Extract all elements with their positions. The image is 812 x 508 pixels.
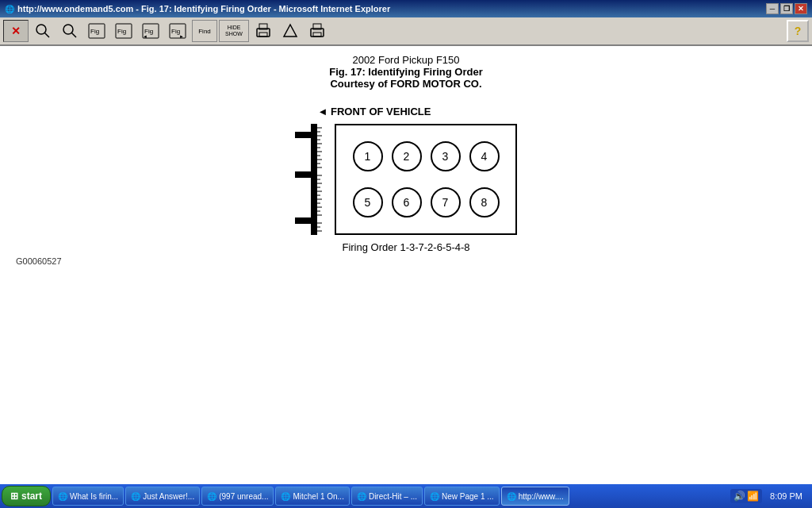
title-bar: 🌐 http://www.ondemand5.com - Fig. 17: Id…	[0, 0, 812, 17]
diagram-area: ◄ FRONT OF VEHICLE	[16, 106, 796, 266]
svg-text:Fig: Fig	[117, 28, 126, 35]
bottom-cylinder-row: 5 6 7 8	[348, 187, 504, 217]
taskbar-item-5[interactable]: 🌐 New Page 1 ...	[424, 487, 500, 506]
ie-icon: 🌐	[5, 5, 14, 13]
taskbar: ⊞ start 🌐 What Is firin... 🌐 Just Answer…	[0, 484, 812, 508]
tool-button-1[interactable]	[30, 20, 56, 42]
tray-icon-2: 📶	[747, 491, 759, 502]
hide-show-button[interactable]: HIDESHOW	[219, 20, 249, 42]
taskbar-item-3[interactable]: 🌐 Mitchel 1 On...	[275, 487, 349, 506]
window-controls[interactable]: ─ ❐ ✕	[766, 3, 807, 14]
svg-marker-17	[284, 25, 297, 37]
system-tray: 🔊 📶	[730, 489, 762, 503]
fig-button-1[interactable]: Fig	[84, 20, 109, 42]
fig-button-2[interactable]: Fig	[111, 20, 136, 42]
taskbar-item-2[interactable]: 🌐 (997 unread...	[201, 487, 274, 506]
taskbar-icon-5: 🌐	[430, 492, 439, 501]
svg-text:►: ►	[179, 34, 184, 39]
toolbar: ✕ Fig Fig Fig◄ Fig► Find HIDESHOW ?	[0, 17, 812, 46]
minimize-button[interactable]: ─	[766, 3, 779, 14]
vehicle-title: 2002 Ford Pickup F150	[16, 54, 796, 66]
svg-text:◄: ◄	[143, 34, 147, 39]
taskbar-label-4: Direct-Hit – ...	[369, 492, 417, 501]
cylinder-7: 7	[431, 187, 461, 217]
cylinder-4: 4	[469, 141, 500, 171]
cylinder-8: 8	[469, 187, 500, 217]
handle-svg	[295, 124, 335, 235]
taskbar-item-1[interactable]: 🌐 Just Answer!...	[125, 487, 200, 506]
start-label: start	[21, 491, 42, 502]
front-of-vehicle-label: ◄ FRONT OF VEHICLE	[318, 106, 431, 117]
taskbar-icon-6: 🌐	[507, 492, 516, 501]
svg-line-3	[71, 33, 76, 37]
start-windows-icon: ⊞	[10, 491, 18, 502]
taskbar-label-1: Just Answer!...	[143, 492, 194, 501]
firing-order-label: Firing Order 1-3-7-2-6-5-4-8	[342, 241, 469, 253]
clock: 8:09 PM	[765, 491, 807, 501]
taskbar-label-2: (997 unread...	[219, 492, 268, 501]
cylinder-1: 1	[353, 141, 383, 171]
print-button-2[interactable]	[278, 20, 303, 42]
taskbar-item-6[interactable]: 🌐 http://www....	[501, 487, 569, 506]
help-button[interactable]: ?	[787, 20, 809, 42]
svg-text:Fig: Fig	[90, 28, 99, 35]
taskbar-item-4[interactable]: 🌐 Direct-Hit – ...	[351, 487, 423, 506]
courtesy-line: Courtesy of FORD MOTOR CO.	[16, 78, 796, 90]
svg-rect-24	[295, 217, 312, 224]
cylinder-block: 1 2 3 4 5 6 7 8	[335, 124, 517, 235]
taskbar-label-6: http://www....	[519, 492, 564, 501]
start-button[interactable]: ⊞ start	[2, 486, 51, 506]
close-button[interactable]: ✕	[795, 3, 807, 14]
print-button-1[interactable]	[251, 20, 276, 42]
page-header: 2002 Ford Pickup F150 Fig. 17: Identifyi…	[16, 54, 796, 90]
taskbar-label-0: What Is firin...	[70, 492, 118, 501]
fig-button-4[interactable]: Fig►	[165, 20, 190, 42]
diagram-code: G00060527	[16, 256, 62, 266]
taskbar-icon-1: 🌐	[131, 492, 140, 501]
svg-rect-23	[295, 171, 312, 178]
taskbar-icon-3: 🌐	[281, 492, 290, 501]
restore-button[interactable]: ❐	[780, 3, 793, 14]
taskbar-icon-2: 🌐	[207, 492, 216, 501]
back-button[interactable]: ✕	[3, 20, 29, 42]
svg-line-1	[44, 33, 49, 37]
taskbar-icon-4: 🌐	[357, 492, 366, 501]
taskbar-right: 🔊 📶 8:09 PM	[730, 489, 810, 503]
cylinder-6: 6	[392, 187, 422, 217]
fig-button-3[interactable]: Fig◄	[138, 20, 163, 42]
cylinder-3: 3	[431, 141, 461, 171]
engine-diagram: 1 2 3 4 5 6 7 8	[295, 124, 517, 235]
taskbar-label-5: New Page 1 ...	[442, 492, 494, 501]
fig-title: Fig. 17: Identifying Firing Order	[16, 66, 796, 78]
taskbar-label-3: Mitchel 1 On...	[293, 492, 343, 501]
tool-button-2[interactable]	[57, 20, 82, 42]
taskbar-item-0[interactable]: 🌐 What Is firin...	[52, 487, 124, 506]
taskbar-icon-0: 🌐	[58, 492, 67, 501]
cylinder-2: 2	[392, 141, 422, 171]
main-content: 2002 Ford Pickup F150 Fig. 17: Identifyi…	[0, 46, 812, 491]
find-button[interactable]: Find	[192, 20, 217, 42]
top-cylinder-row: 1 2 3 4	[348, 141, 504, 171]
print-button-3[interactable]	[304, 20, 330, 42]
window-title: http://www.ondemand5.com - Fig. 17: Iden…	[17, 4, 766, 13]
tray-icon-1: 🔊	[733, 491, 745, 502]
engine-handle	[295, 128, 335, 231]
cylinder-5: 5	[353, 187, 383, 217]
svg-rect-22	[295, 132, 312, 138]
